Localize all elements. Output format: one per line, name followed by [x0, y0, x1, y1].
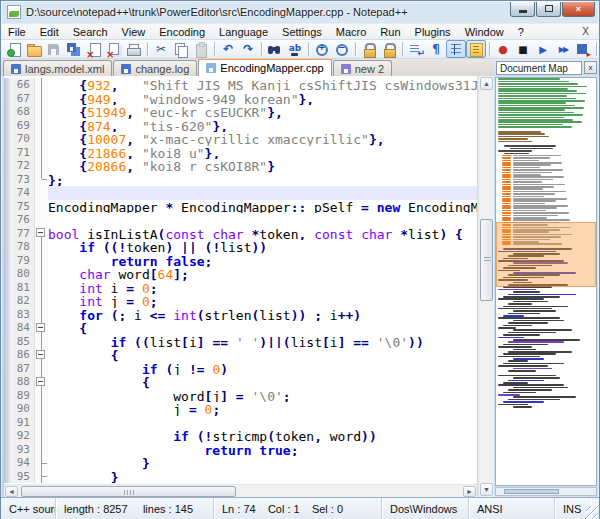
- document-map-close-button[interactable]: x: [584, 61, 597, 74]
- fold-margin[interactable]: [35, 227, 48, 241]
- fold-margin[interactable]: [35, 186, 48, 200]
- line-number[interactable]: 86: [10, 348, 35, 362]
- fold-margin[interactable]: [35, 362, 48, 376]
- menu-item-encoding[interactable]: Encoding: [152, 25, 212, 39]
- find-button[interactable]: [265, 40, 285, 58]
- document-map-content[interactable]: [495, 77, 597, 486]
- menu-item-window[interactable]: Window: [458, 25, 511, 39]
- line-number[interactable]: 89: [10, 389, 35, 403]
- print-button[interactable]: [124, 40, 144, 58]
- code-line-74[interactable]: 74: [4, 186, 477, 200]
- redo-button[interactable]: [238, 40, 258, 58]
- code-line-93[interactable]: 93 return true;: [4, 443, 477, 457]
- stop-recording-button[interactable]: [513, 40, 533, 58]
- fold-margin[interactable]: [35, 375, 48, 389]
- scroll-up-button[interactable]: ▲: [480, 77, 493, 90]
- copy-button[interactable]: [171, 40, 191, 58]
- tab-change.log[interactable]: change.log: [113, 60, 197, 76]
- fold-margin[interactable]: [35, 281, 48, 295]
- tab-encodingmapper.cpp[interactable]: EncodingMapper.cpp: [198, 59, 331, 76]
- code-line-81[interactable]: 81 int i = 0;: [4, 281, 477, 295]
- line-number[interactable]: 69: [10, 119, 35, 133]
- show-indent-guide-button[interactable]: [446, 40, 466, 58]
- line-number[interactable]: 90: [10, 402, 35, 416]
- fold-margin[interactable]: [35, 254, 48, 268]
- fold-margin[interactable]: [35, 240, 48, 254]
- document-map-scrollbar[interactable]: [495, 487, 597, 496]
- line-number[interactable]: 91: [10, 416, 35, 430]
- code-line-79[interactable]: 79 return false;: [4, 254, 477, 268]
- code-line-72[interactable]: 72 {20866, "koi8_r csKOI8R"}: [4, 159, 477, 173]
- horizontal-scrollbar-thumb[interactable]: [21, 486, 236, 497]
- playback-macro-button[interactable]: [533, 40, 553, 58]
- line-number[interactable]: 81: [10, 281, 35, 295]
- line-number[interactable]: 70: [10, 132, 35, 146]
- close-all-button[interactable]: [104, 40, 124, 58]
- fold-margin[interactable]: [35, 92, 48, 106]
- fold-margin[interactable]: [35, 348, 48, 362]
- fold-margin[interactable]: [35, 213, 48, 227]
- save-all-button[interactable]: [64, 40, 84, 58]
- fold-margin[interactable]: [35, 267, 48, 281]
- code-line-69[interactable]: 69 {874, "tis-620"},: [4, 119, 477, 133]
- menu-item-macro[interactable]: Macro: [329, 25, 374, 39]
- line-number[interactable]: 93: [10, 443, 35, 457]
- fold-margin[interactable]: [35, 132, 48, 146]
- code-area[interactable]: 66 {932, "Shift_JIS MS_Kanji csShiftJIS …: [4, 76, 477, 484]
- line-number[interactable]: 66: [10, 78, 35, 92]
- line-number[interactable]: 88: [10, 375, 35, 389]
- fold-margin[interactable]: [35, 173, 48, 187]
- word-wrap-button[interactable]: [406, 40, 426, 58]
- fold-margin[interactable]: [35, 159, 48, 173]
- close-button[interactable]: ×: [562, 2, 595, 17]
- code-line-70[interactable]: 70 {10007, "x-mac-cyrillic xmaccyrillic"…: [4, 132, 477, 146]
- code-line-75[interactable]: 75EncodingMapper * EncodingMapper::_pSel…: [4, 200, 477, 214]
- code-line-68[interactable]: 68 {51949, "euc-kr csEUCKR"},: [4, 105, 477, 119]
- line-number[interactable]: 85: [10, 335, 35, 349]
- code-line-83[interactable]: 83 for (; i <= int(strlen(list)) ; i++): [4, 308, 477, 322]
- line-number[interactable]: 75: [10, 200, 35, 214]
- menu-item-language[interactable]: Language: [212, 25, 275, 39]
- sync-vertical-scroll-button[interactable]: [359, 40, 379, 58]
- minimize-button[interactable]: [510, 2, 535, 17]
- sync-horizontal-scroll-button[interactable]: [379, 40, 399, 58]
- code-line-80[interactable]: 80 char word[64];: [4, 267, 477, 281]
- code-line-84[interactable]: 84 {: [4, 321, 477, 335]
- line-number[interactable]: 94: [10, 456, 35, 470]
- line-number[interactable]: 78: [10, 240, 35, 254]
- fold-margin[interactable]: [35, 389, 48, 403]
- fold-margin[interactable]: [35, 321, 48, 335]
- menu-item-?[interactable]: ?: [511, 25, 531, 39]
- open-button[interactable]: [24, 40, 44, 58]
- code-line-91[interactable]: 91: [4, 416, 477, 430]
- fold-margin[interactable]: [35, 456, 48, 470]
- tab-langs.model.xml[interactable]: langs.model.xml: [3, 60, 112, 76]
- document-map-viewport[interactable]: [496, 222, 596, 287]
- line-number[interactable]: 92: [10, 429, 35, 443]
- resize-grip[interactable]: [586, 506, 598, 518]
- tab-new-2[interactable]: new 2: [333, 60, 392, 76]
- zoom-in-button[interactable]: [312, 40, 332, 58]
- vertical-scrollbar-thumb[interactable]: [480, 219, 493, 301]
- fold-margin[interactable]: [35, 308, 48, 322]
- menu-item-run[interactable]: Run: [373, 25, 407, 39]
- fold-margin[interactable]: [35, 294, 48, 308]
- line-number[interactable]: 67: [10, 92, 35, 106]
- title-bar[interactable]: D:\source\notepad++\trunk\PowerEditor\sr…: [1, 1, 599, 23]
- code-line-71[interactable]: 71 {21866, "koi8_u"},: [4, 146, 477, 160]
- zoom-out-button[interactable]: [332, 40, 352, 58]
- code-line-95[interactable]: 95 }: [4, 470, 477, 484]
- menu-item-search[interactable]: Search: [66, 25, 115, 39]
- scroll-right-button[interactable]: ►: [463, 486, 476, 497]
- line-number[interactable]: 82: [10, 294, 35, 308]
- line-number[interactable]: 83: [10, 308, 35, 322]
- line-number[interactable]: 84: [10, 321, 35, 335]
- close-button[interactable]: [84, 40, 104, 58]
- line-number[interactable]: 71: [10, 146, 35, 160]
- code-line-87[interactable]: 87 if (j != 0): [4, 362, 477, 376]
- menu-item-edit[interactable]: Edit: [33, 25, 66, 39]
- fold-margin[interactable]: [35, 200, 48, 214]
- line-number[interactable]: 79: [10, 254, 35, 268]
- fold-margin[interactable]: [35, 335, 48, 349]
- fold-margin[interactable]: [35, 402, 48, 416]
